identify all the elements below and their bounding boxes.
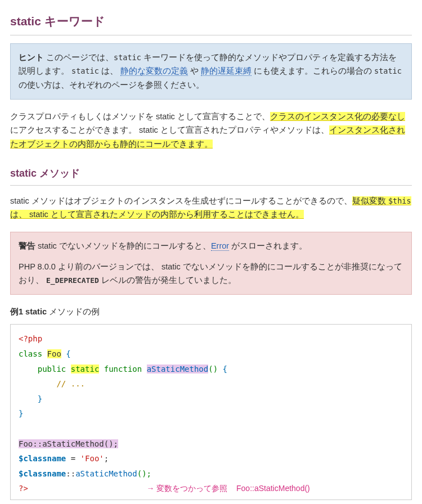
warning-label: 警告 xyxy=(19,241,35,250)
link-late-static-binding[interactable]: 静的遅延束縛 xyxy=(201,66,252,76)
code-token: (); xyxy=(137,469,151,478)
code-token: :: xyxy=(66,469,75,478)
warning-box: 警告 static でないメソッドを静的にコールすると、Error がスローされ… xyxy=(10,232,412,295)
code-token: ; xyxy=(104,454,109,463)
link-static-vars[interactable]: 静的な変数の定義 xyxy=(120,66,188,76)
code-token: Foo::aStaticMethod(); xyxy=(19,439,118,448)
section-title: static メソッド xyxy=(10,165,412,186)
code-token: aStaticMethod xyxy=(75,469,137,478)
code-token: class xyxy=(19,349,42,358)
code-token: 'Foo' xyxy=(80,454,104,463)
code-block: <?php class Foo { public static function… xyxy=(10,324,412,500)
code-token: $classname xyxy=(19,454,66,463)
code-token: { xyxy=(66,349,70,358)
code-token: aStaticMethod xyxy=(147,364,209,374)
code-token: ?> xyxy=(19,484,28,493)
code-this: $this xyxy=(388,196,411,205)
tip-box: ヒント このページでは、static キーワードを使って静的なメソッドやプロパテ… xyxy=(10,43,412,100)
code-token: function xyxy=(104,364,142,374)
code-token: $classname xyxy=(19,469,66,478)
code-annotation: → 変数をつかって参照 Foo::aStaticMethod() xyxy=(147,484,310,493)
code-token: = xyxy=(66,454,80,463)
code-token: Foo xyxy=(47,349,61,358)
tip-label: ヒント xyxy=(19,53,44,62)
link-error[interactable]: Error xyxy=(211,241,229,251)
highlight: クラスのインスタンス化の必要なし xyxy=(270,112,405,121)
code-token: public xyxy=(38,364,66,374)
warning-text: レベルの警告が発生していました。 xyxy=(99,276,236,285)
text: にアクセスすることができます。 static として宣言されたプロパティやメソッ… xyxy=(10,125,329,134)
tip-code: static xyxy=(71,66,99,75)
tip-text: にも使えます。これらの場合の xyxy=(252,66,374,75)
code-token: static xyxy=(71,364,100,374)
code-token: { xyxy=(223,364,227,374)
code-token: <?php xyxy=(19,334,42,343)
tip-code: static xyxy=(114,53,141,62)
code-token: // ... xyxy=(56,379,85,388)
tip-text: の使い方は、それぞれのページを参照ください。 xyxy=(19,80,204,89)
tip-text: このページでは、 xyxy=(44,53,114,62)
code-token: } xyxy=(19,409,23,418)
page-title: static キーワード xyxy=(10,11,412,35)
paragraph: static メソッドはオブジェクトのインスタンスを生成せずにコールすることがで… xyxy=(10,194,412,222)
tip-code: static xyxy=(374,66,402,75)
tip-text: は、 xyxy=(99,66,120,75)
tip-text: や xyxy=(188,66,201,75)
text: static メソッドはオブジェクトのインスタンスを生成せずにコールすることがで… xyxy=(10,196,352,205)
code-token: () xyxy=(208,364,218,374)
code-token: } xyxy=(38,394,42,403)
warning-text: がスローされます。 xyxy=(229,241,307,250)
example-caption: 例1 static メソッドの例 xyxy=(10,305,412,319)
constant-e-deprecated: E_DEPRECATED xyxy=(46,276,99,285)
warning-text: static でないメソッドを静的にコールすると、 xyxy=(35,241,211,250)
text: クラスプロパティもしくはメソッドを static として宣言することで、 xyxy=(10,112,270,121)
paragraph: クラスプロパティもしくはメソッドを static として宣言することで、クラスの… xyxy=(10,110,412,151)
